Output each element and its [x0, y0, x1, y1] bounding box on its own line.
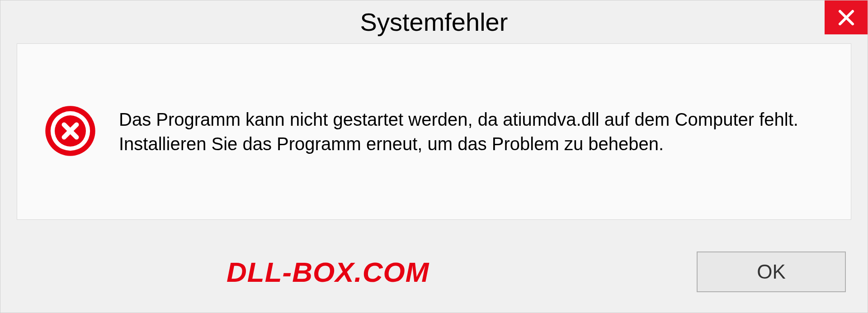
error-dialog: Systemfehler Das Programm kann nicht ges…: [0, 0, 868, 313]
error-message: Das Programm kann nicht gestartet werden…: [119, 107, 824, 156]
title-bar: Systemfehler: [0, 0, 868, 43]
ok-button[interactable]: OK: [697, 251, 846, 292]
dialog-footer: DLL-BOX.COM OK: [0, 245, 868, 299]
close-button[interactable]: [825, 0, 868, 34]
dialog-title: Systemfehler: [360, 7, 508, 37]
watermark-text: DLL-BOX.COM: [226, 256, 429, 288]
close-icon: [837, 9, 855, 27]
error-icon: [44, 105, 96, 159]
content-panel: Das Programm kann nicht gestartet werden…: [17, 43, 851, 220]
